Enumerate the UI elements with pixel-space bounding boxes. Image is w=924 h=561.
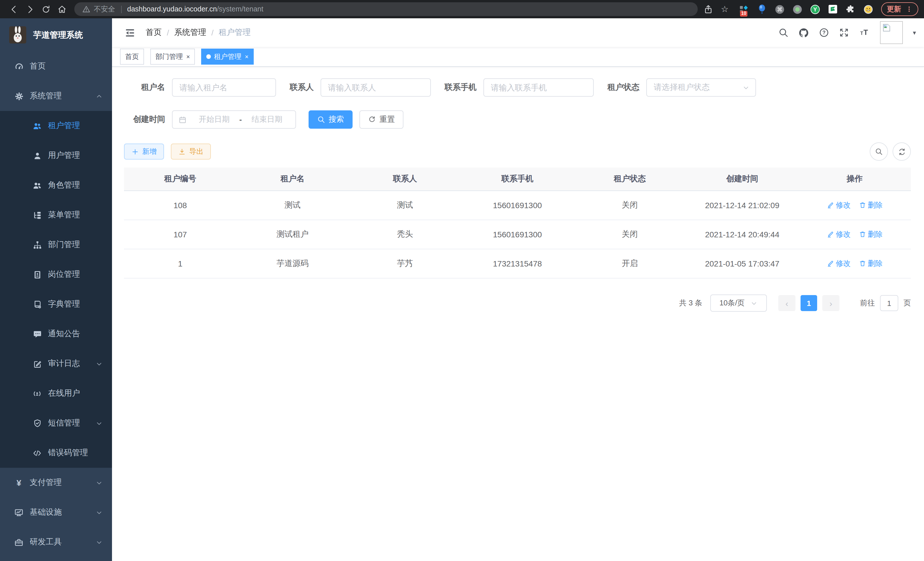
delete-link[interactable]: 删除 [859, 200, 883, 211]
active-tab-dot [207, 54, 211, 59]
sms-icon [32, 418, 42, 428]
tenant-name-input[interactable] [172, 78, 276, 97]
table-row: 1芋道源码芋艿17321315478开启2021-01-05 17:03:47修… [124, 249, 911, 278]
profile-avatar-icon[interactable] [863, 4, 873, 14]
browser-forward-icon[interactable] [22, 2, 38, 17]
sidebar-item-user[interactable]: 用户管理 [0, 141, 112, 170]
close-tab-icon[interactable]: × [245, 53, 249, 60]
sidebar-item-dict[interactable]: 字典管理 [0, 289, 112, 319]
next-page-button[interactable]: › [822, 295, 839, 311]
delete-link[interactable]: 删除 [859, 229, 883, 240]
page-content: 租户名 联系人 联系手机 租户状态 请选择租户状态 [112, 67, 924, 561]
edit-link[interactable]: 修改 [826, 200, 850, 211]
edit-link[interactable]: 修改 [826, 229, 850, 240]
status-placeholder: 请选择租户状态 [654, 82, 742, 93]
tab-dept[interactable]: 部门管理× [150, 49, 195, 65]
sidebar-item-label: 系统管理 [30, 91, 62, 101]
close-tab-icon[interactable]: × [186, 53, 190, 60]
extensions-puzzle-icon[interactable] [845, 4, 855, 14]
status-label: 租户状态 [608, 82, 639, 93]
delete-link[interactable]: 删除 [859, 259, 883, 269]
cell-actions: 修改删除 [798, 249, 911, 278]
search-button[interactable]: 搜索 [309, 110, 352, 129]
extension-y-icon[interactable]: Y [810, 4, 820, 14]
tab-tenant[interactable]: 租户管理× [201, 49, 254, 65]
browser-back-icon[interactable] [6, 2, 22, 17]
sidebar-item-role[interactable]: 角色管理 [0, 170, 112, 200]
sidebar-item-label: 用户管理 [48, 150, 80, 161]
breadcrumb-home[interactable]: 首页 [146, 27, 162, 38]
sidebar-item-devtool[interactable]: 研发工具 [0, 527, 112, 557]
cell-created: 2021-12-14 20:49:44 [686, 220, 798, 249]
share-icon[interactable] [703, 4, 713, 14]
export-button[interactable]: 导出 [171, 144, 211, 159]
user-avatar[interactable] [880, 21, 903, 44]
sidebar-item-system[interactable]: 系统管理 [0, 81, 112, 111]
fullscreen-icon[interactable] [839, 27, 849, 38]
sidebar-item-post[interactable]: 岗位管理 [0, 260, 112, 289]
extension-grid-icon[interactable]: 10 [739, 4, 749, 14]
address-bar[interactable]: 不安全 dashboard.yudao.iocoder.cn /system/t… [74, 2, 698, 16]
cell-id: 107 [124, 220, 236, 249]
extension-flag-icon[interactable] [827, 4, 838, 14]
broken-image-icon [882, 23, 892, 33]
breadcrumb-system[interactable]: 系统管理 [174, 27, 206, 38]
sidebar-collapse-icon[interactable] [124, 27, 135, 38]
prev-page-button[interactable]: ‹ [778, 295, 795, 311]
sidebar-item-home[interactable]: 首页 [0, 51, 112, 81]
contact-input[interactable] [321, 78, 431, 97]
users-icon [32, 121, 42, 131]
toggle-search-button[interactable] [870, 142, 888, 161]
sidebar-item-infra[interactable]: 基础设施 [0, 498, 112, 527]
github-icon[interactable] [799, 27, 809, 38]
sidebar-item-tenant[interactable]: 租户管理 [0, 111, 112, 141]
refresh-icon [368, 116, 376, 123]
phone-input[interactable] [483, 78, 594, 97]
gear-icon [14, 91, 24, 101]
people-icon [32, 180, 42, 190]
browser-home-icon[interactable] [54, 2, 70, 17]
bookmark-star-icon[interactable]: ☆ [721, 4, 729, 14]
app-logo-row[interactable]: 芋道管理系统 [0, 18, 112, 51]
phone-label: 联系手机 [445, 82, 477, 93]
extension-record-icon[interactable] [792, 4, 802, 14]
sidebar-item-label: 角色管理 [48, 180, 80, 190]
date-range-picker[interactable]: 开始日期 - 结束日期 [172, 110, 296, 129]
chevron-down-icon [95, 479, 103, 486]
browser-menu-icon[interactable] [906, 5, 913, 13]
help-icon[interactable]: ? [819, 27, 830, 38]
extension-balloon-icon[interactable] [757, 4, 767, 14]
sidebar-item-errcode[interactable]: 错误码管理 [0, 438, 112, 468]
font-size-icon[interactable]: TT [859, 27, 871, 38]
svg-text:T: T [861, 31, 863, 36]
header-search-icon[interactable] [778, 27, 789, 38]
tab-home[interactable]: 首页 [120, 49, 144, 65]
sidebar-item-notice[interactable]: 通知公告 [0, 319, 112, 349]
page-size-select[interactable]: 10条/页 [710, 295, 767, 312]
dashboard-icon [14, 62, 24, 71]
edit-link[interactable]: 修改 [826, 259, 850, 269]
avatar-dropdown-caret-icon[interactable]: ▾ [913, 29, 916, 36]
url-path: /system/tenant [217, 5, 263, 13]
add-button[interactable]: 新增 [124, 144, 164, 159]
sidebar-item-sms[interactable]: 短信管理 [0, 408, 112, 438]
sidebar-item-pay[interactable]: ¥支付管理 [0, 468, 112, 498]
status-select[interactable]: 请选择租户状态 [646, 78, 756, 97]
page-number-1[interactable]: 1 [801, 295, 817, 311]
sidebar-item-auditlog[interactable]: 审计日志 [0, 349, 112, 379]
cell-actions: 修改删除 [798, 191, 911, 220]
sidebar-item-dept[interactable]: 部门管理 [0, 230, 112, 260]
plus-icon [131, 148, 139, 155]
total-count: 共 3 条 [679, 298, 702, 308]
chevron-down-icon [95, 509, 103, 516]
extension-command-icon[interactable]: ⌘ [774, 4, 784, 14]
tab-label: 部门管理 [155, 52, 183, 62]
browser-reload-icon[interactable] [38, 2, 54, 17]
refresh-table-button[interactable] [892, 142, 911, 161]
browser-update-button[interactable]: 更新 [881, 2, 918, 16]
sidebar-item-online[interactable]: 在线用户 [0, 379, 112, 408]
reset-button[interactable]: 重置 [359, 110, 404, 129]
edit-link-label: 修改 [836, 229, 850, 240]
goto-page-input[interactable] [880, 295, 898, 311]
sidebar-item-menu[interactable]: 菜单管理 [0, 200, 112, 230]
